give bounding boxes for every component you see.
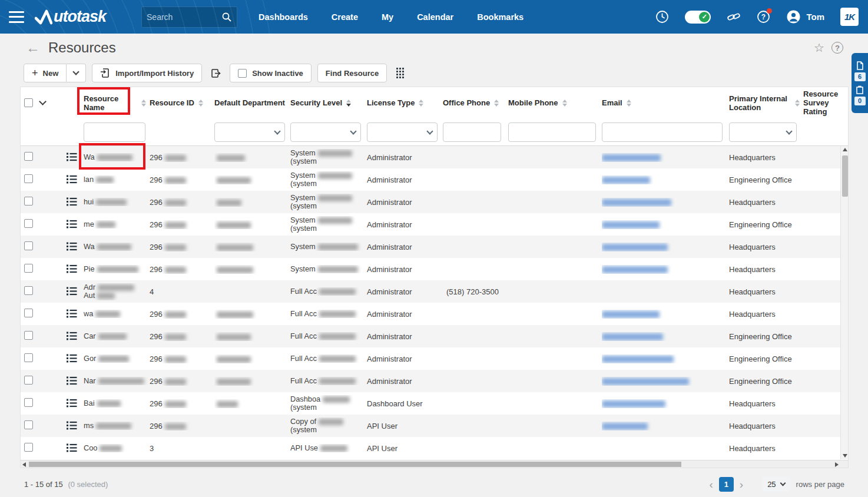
filter-office-phone-input[interactable] xyxy=(443,122,501,142)
export-button[interactable] xyxy=(208,68,224,79)
cell-email[interactable] xyxy=(602,153,729,162)
column-header-resource-id[interactable]: Resource ID xyxy=(150,98,214,107)
filter-email-input[interactable] xyxy=(602,122,723,142)
row-checkbox[interactable] xyxy=(24,443,33,452)
table-row[interactable]: AdrAut4Full AccAdministrator(518) 720-35… xyxy=(21,280,848,303)
kaseya-launcher-icon[interactable]: 1K xyxy=(840,8,859,26)
redacted-email-link[interactable] xyxy=(602,333,663,340)
cell-resource-name[interactable]: Car xyxy=(84,332,150,341)
redacted-email-link[interactable] xyxy=(602,400,665,407)
row-checkbox[interactable] xyxy=(24,241,33,250)
import-history-button[interactable]: Import/Import History xyxy=(92,64,202,82)
document-icon[interactable] xyxy=(856,61,864,70)
status-toggle[interactable]: ✓ xyxy=(685,11,711,24)
cell-email[interactable] xyxy=(602,310,729,319)
filter-mobile-phone-input[interactable] xyxy=(508,122,596,142)
cell-email[interactable] xyxy=(602,243,729,251)
redacted-email-link[interactable] xyxy=(602,266,668,273)
column-header-security-level[interactable]: Security Level xyxy=(290,98,367,107)
favorite-star-icon[interactable]: ☆ xyxy=(814,41,824,55)
new-button[interactable]: +New xyxy=(24,64,67,82)
cell-resource-name[interactable]: Nar xyxy=(84,377,150,386)
new-dropdown-button[interactable] xyxy=(67,64,86,82)
search-icon[interactable] xyxy=(221,12,232,22)
row-menu-icon[interactable] xyxy=(67,331,77,340)
table-row[interactable]: Wa296SystemAdministratorHeadquarters xyxy=(21,236,848,258)
column-chooser-icon[interactable] xyxy=(396,68,404,78)
row-menu-icon[interactable] xyxy=(67,219,77,228)
row-menu-icon[interactable] xyxy=(67,286,77,296)
sort-icon[interactable] xyxy=(198,100,203,107)
table-row[interactable]: Wa296System(systemAdministratorHeadquart… xyxy=(21,146,848,168)
cell-resource-name[interactable]: hui xyxy=(84,198,150,207)
scroll-up-arrow[interactable] xyxy=(843,148,847,151)
cell-email[interactable] xyxy=(602,198,729,207)
cell-resource-name[interactable]: Coo xyxy=(84,444,150,453)
column-header-resource-name[interactable]: Resource Name xyxy=(84,94,150,112)
redacted-email-link[interactable] xyxy=(602,154,661,161)
nav-dashboards[interactable]: Dashboards xyxy=(259,12,308,22)
filter-license-type-select[interactable] xyxy=(367,122,438,142)
row-checkbox[interactable] xyxy=(24,376,33,385)
row-menu-icon[interactable] xyxy=(67,398,77,407)
show-inactive-toggle-button[interactable]: Show Inactive xyxy=(230,64,312,82)
redacted-email-link[interactable] xyxy=(602,199,671,206)
global-search[interactable] xyxy=(141,6,237,28)
hamburger-menu-icon[interactable] xyxy=(9,11,24,23)
redacted-email-link[interactable] xyxy=(602,378,689,385)
cell-email[interactable] xyxy=(602,175,729,184)
nav-bookmarks[interactable]: Bookmarks xyxy=(477,12,524,22)
search-input[interactable] xyxy=(147,12,221,22)
table-row[interactable]: hui296System(systemAdministratorHeadquar… xyxy=(21,191,848,213)
rows-per-page-select[interactable]: 25 xyxy=(762,476,790,492)
next-page-chevron[interactable]: › xyxy=(740,479,743,490)
cell-resource-name[interactable]: me xyxy=(84,220,150,229)
column-header-office-phone[interactable]: Office Phone xyxy=(443,98,508,107)
find-resource-button[interactable]: Find Resource xyxy=(317,64,387,82)
sort-icon[interactable] xyxy=(419,100,423,107)
nav-my[interactable]: My xyxy=(382,12,393,22)
table-row[interactable]: Car296Full AccAdministratorEngineering O… xyxy=(21,325,848,347)
row-checkbox[interactable] xyxy=(24,152,33,161)
table-row[interactable]: Bai296Dashboa(systemDashboard UserHeadqu… xyxy=(21,392,848,415)
row-checkbox[interactable] xyxy=(24,309,33,317)
user-name[interactable]: Tom xyxy=(806,12,824,22)
show-inactive-checkbox[interactable] xyxy=(238,69,247,78)
bulk-menu-chevron-icon[interactable] xyxy=(39,98,47,105)
cell-resource-name[interactable]: Gor xyxy=(84,354,150,363)
row-menu-icon[interactable] xyxy=(67,443,77,452)
row-checkbox[interactable] xyxy=(24,264,33,273)
clipboard-icon[interactable] xyxy=(856,85,864,94)
row-menu-icon[interactable] xyxy=(67,197,77,206)
sort-icon[interactable] xyxy=(627,100,631,107)
column-header-mobile-phone[interactable]: Mobile Phone xyxy=(508,98,602,107)
redacted-email-link[interactable] xyxy=(602,221,660,228)
cell-email[interactable] xyxy=(602,354,729,363)
row-menu-icon[interactable] xyxy=(67,309,77,318)
cell-resource-name[interactable]: Bai xyxy=(84,399,150,408)
redacted-email-link[interactable] xyxy=(602,244,668,251)
table-row[interactable]: me296System(systemAdministratorEngineeri… xyxy=(21,213,848,236)
table-row[interactable]: ms296Copy of(systemAPI UserHeadquarters xyxy=(21,415,848,437)
user-avatar-icon[interactable] xyxy=(786,9,801,24)
cell-resource-name[interactable]: lan xyxy=(84,175,150,184)
cell-email[interactable] xyxy=(602,422,729,430)
horizontal-scroll-thumb[interactable] xyxy=(29,462,681,467)
cell-email[interactable] xyxy=(602,220,729,229)
sort-icon[interactable] xyxy=(562,100,567,107)
table-row[interactable]: Coo3API UseAPI UserHeadquarters xyxy=(21,437,848,459)
scroll-right-arrow[interactable] xyxy=(835,462,839,467)
filter-security-level-select[interactable] xyxy=(290,122,361,142)
column-header-resource-survey-rating[interactable]: Resource Survey Rating xyxy=(803,90,848,116)
row-checkbox[interactable] xyxy=(24,420,33,429)
row-menu-icon[interactable] xyxy=(67,376,77,385)
current-page-button[interactable]: 1 xyxy=(719,477,734,492)
row-checkbox[interactable] xyxy=(24,197,33,206)
row-menu-icon[interactable] xyxy=(67,264,77,273)
sort-desc-icon[interactable] xyxy=(346,100,351,107)
redacted-email-link[interactable] xyxy=(602,311,660,318)
redacted-email-link[interactable] xyxy=(602,177,650,184)
link-chain-icon[interactable] xyxy=(727,10,741,24)
help-icon[interactable]: ? xyxy=(757,10,770,24)
autotask-logo[interactable]: Autotaskutotask xyxy=(35,8,106,26)
